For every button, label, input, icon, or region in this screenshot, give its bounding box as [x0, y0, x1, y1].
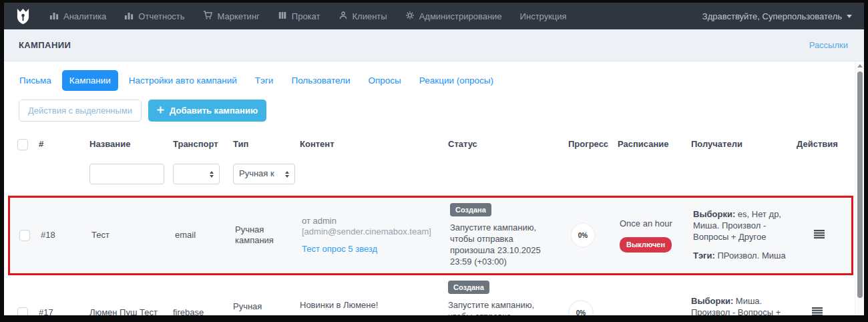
nav-item-reports[interactable]: Отчетность — [124, 11, 184, 22]
status-badge: Создана — [450, 203, 491, 216]
tab-reactions[interactable]: Реакции (опросы) — [412, 70, 501, 91]
scrollbar-thumb[interactable] — [857, 71, 863, 298]
campaign-progress: 0% — [563, 295, 612, 322]
nav-item-marketing[interactable]: Маркетинг — [203, 10, 260, 22]
app-window: Аналитика Отчетность Маркетинг Прокат Кл… — [0, 0, 868, 322]
schedule-disabled-badge: Выключен — [620, 237, 672, 252]
scroll-up-icon — [857, 64, 863, 67]
tags-value: ПРоизвол. Миша — [715, 251, 786, 261]
column-header-recipients: Получатели — [686, 135, 798, 154]
column-header-progress: Прогресс — [563, 135, 612, 154]
add-campaign-button[interactable]: Добавить кампанию — [148, 100, 266, 122]
row-checkbox[interactable] — [17, 307, 28, 319]
row-checkbox[interactable] — [19, 230, 30, 241]
tags-label: Тэги: — [693, 251, 715, 261]
column-header-transport: Транспорт — [168, 135, 228, 154]
status-badge: Создана — [448, 281, 489, 294]
campaign-status: Создана Запустите кампанию, чтобы отправ… — [445, 198, 565, 273]
recipients-label: Выборки: — [693, 209, 735, 219]
content-from: от admin — [302, 216, 439, 227]
name-filter-input[interactable] — [89, 164, 164, 184]
campaign-content: от admin [admin@sender.cinemabox.team] Т… — [296, 210, 445, 261]
campaign-id: #17 — [33, 302, 84, 322]
tab-letters[interactable]: Письма — [12, 70, 59, 91]
campaign-name: Тест — [86, 224, 170, 247]
nav-item-analytics[interactable]: Аналитика — [49, 11, 106, 22]
page-header: КАМПАНИИ Рассылки — [4, 29, 864, 61]
nav-item-clients[interactable]: Клиенты — [339, 11, 387, 22]
row-actions-button[interactable] — [813, 228, 826, 242]
content-subtitle: Новинки в Люмене! — [300, 314, 437, 322]
tab-auto-campaign-settings[interactable]: Настройки авто кампаний — [122, 70, 244, 91]
toolbar: Действия с выделенными Добавить кампанию — [4, 91, 864, 124]
recipients-selections: Выборки: Миша. Произвол - Вопросы + Друг… — [691, 296, 793, 322]
content-title: Новинки в Люмене! — [300, 300, 437, 311]
list-menu-icon — [812, 308, 823, 318]
tab-users[interactable]: Пользователи — [284, 70, 357, 91]
recipients-label: Выборки: — [691, 296, 733, 306]
campaign-status: Создана Запустите кампанию, чтобы отправ… — [443, 275, 563, 322]
nav-item-administration[interactable]: Администрирование — [405, 11, 502, 22]
cart-icon — [203, 10, 213, 22]
list-menu-icon — [814, 230, 825, 240]
table-row-campaign-17: #17 Люмен Пуш Тест firebase Ручная кампа… — [8, 275, 853, 322]
nav-item-label: Прокат — [292, 11, 320, 21]
campaign-transport: email — [170, 224, 230, 247]
recipients-selections: Выборки: es, Нет др, Миша. Произвол - Во… — [693, 209, 795, 243]
campaign-schedule: Once an hour Выключен — [614, 213, 688, 257]
section-tabs: Письма Кампании Настройки авто кампаний … — [4, 61, 864, 91]
column-header-type: Тип — [228, 135, 294, 154]
tab-tags[interactable]: Тэги — [248, 70, 281, 91]
column-header-actions: Действия — [798, 135, 837, 154]
table-filter-row: Ручная к — [8, 158, 853, 196]
app-logo-icon[interactable] — [16, 8, 30, 25]
select-arrows-icon — [285, 171, 289, 178]
campaign-id: #18 — [35, 224, 86, 247]
nav-item-label: Инструкция — [520, 11, 567, 21]
campaign-progress: 0% — [565, 217, 614, 253]
bar-chart-icon — [124, 11, 134, 22]
status-text: Запустите кампанию, чтобы отправка произ… — [448, 300, 558, 322]
chevron-down-icon — [847, 15, 852, 18]
content-email: [admin@sender.cinemabox.team] — [302, 226, 439, 238]
transport-filter-select[interactable] — [173, 164, 220, 184]
table-row-campaign-18: #18 Тест email Ручная кампания от admin … — [8, 196, 853, 275]
type-filter-value: Ручная к — [239, 168, 274, 180]
campaign-type: Ручная кампания — [228, 296, 294, 322]
mailings-link[interactable]: Рассылки — [809, 40, 848, 50]
gear-icon — [405, 11, 415, 22]
campaign-type: Ручная кампания — [230, 219, 296, 253]
column-header-status: Статус — [443, 135, 563, 154]
row-actions-button[interactable] — [811, 306, 824, 319]
table-header-row: # Название Транспорт Тип Контент Статус … — [8, 128, 853, 158]
nav-item-manual[interactable]: Инструкция — [520, 11, 567, 21]
tab-surveys[interactable]: Опросы — [361, 70, 409, 91]
column-header-content: Контент — [294, 135, 443, 154]
main-content: Письма Кампании Настройки авто кампаний … — [4, 61, 864, 315]
nav-item-label: Аналитика — [63, 11, 106, 21]
campaigns-table: # Название Транспорт Тип Контент Статус … — [8, 128, 853, 322]
campaign-transport: firebase — [168, 302, 228, 322]
campaign-recipients: Выборки: Миша. Произвол - Вопросы + Друг… — [686, 291, 798, 322]
select-all-checkbox[interactable] — [17, 139, 28, 150]
user-menu[interactable]: Здравствуйте, Суперпользователь — [702, 11, 852, 21]
content-letter-link[interactable]: Тест опрос 5 звезд — [302, 244, 377, 255]
recipients-tags: Тэги: ПРоизвол. Миша — [693, 251, 795, 262]
status-text: Запустите кампанию, чтобы отправка произ… — [450, 222, 560, 268]
bulk-actions-button[interactable]: Действия с выделенными — [19, 100, 142, 122]
plus-icon — [157, 106, 164, 116]
nav-item-rental[interactable]: Прокат — [278, 11, 320, 22]
campaign-schedule — [612, 307, 686, 318]
tab-campaigns[interactable]: Кампании — [62, 70, 118, 91]
top-navbar: Аналитика Отчетность Маркетинг Прокат Кл… — [4, 3, 864, 29]
campaign-recipients: Выборки: es, Нет др, Миша. Произвол - Во… — [688, 204, 800, 267]
schedule-text: Once an hour — [620, 218, 682, 230]
nav-item-label: Отчетность — [138, 11, 184, 21]
add-campaign-label: Добавить кампанию — [170, 106, 258, 116]
type-filter-select[interactable]: Ручная к — [233, 164, 295, 184]
column-header-id: # — [33, 135, 84, 154]
scroll-up-button[interactable] — [855, 61, 864, 70]
person-icon — [339, 11, 348, 22]
progress-circle: 0% — [568, 300, 594, 322]
progress-circle: 0% — [570, 222, 596, 248]
